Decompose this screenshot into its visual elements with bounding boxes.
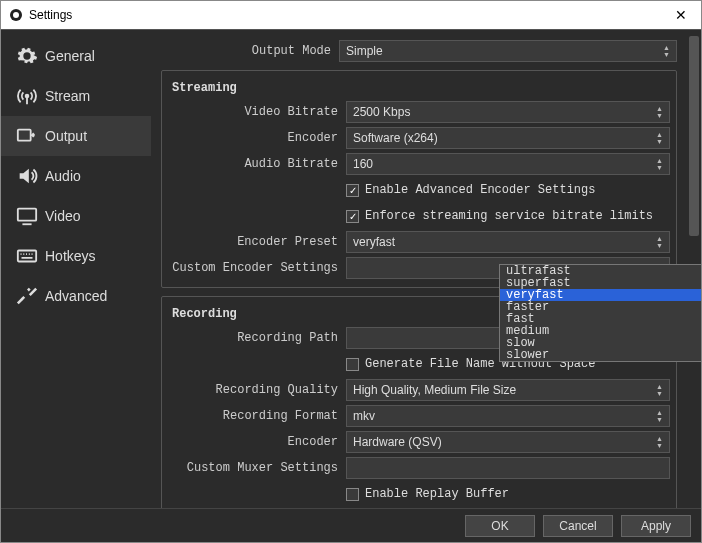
monitor-icon [13, 205, 41, 227]
enable-advanced-checkbox[interactable] [346, 184, 359, 197]
recording-quality-value: High Quality, Medium File Size [353, 383, 516, 397]
content-area: Output Mode Simple ▲▼ Streaming Video Bi… [151, 30, 701, 508]
preset-option-slower[interactable]: slower [500, 349, 701, 361]
streaming-group-title: Streaming [168, 75, 670, 99]
svg-point-1 [13, 12, 19, 18]
chevron-updown-icon: ▲▼ [656, 235, 663, 249]
speaker-icon [13, 165, 41, 187]
chevron-updown-icon: ▲▼ [656, 383, 663, 397]
video-bitrate-value: 2500 Kbps [353, 105, 410, 119]
video-bitrate-input[interactable]: 2500 Kbps ▲▼ [346, 101, 670, 123]
recording-format-select[interactable]: mkv ▲▼ [346, 405, 670, 427]
custom-muxer-input[interactable] [346, 457, 670, 479]
svg-rect-3 [18, 130, 31, 141]
sidebar-item-label: Stream [45, 88, 90, 104]
custom-encoder-label: Custom Encoder Settings [168, 261, 346, 275]
dialog-footer: OK Cancel Apply [1, 508, 701, 542]
sidebar-item-label: Hotkeys [45, 248, 96, 264]
video-bitrate-label: Video Bitrate [168, 105, 346, 119]
streaming-encoder-select[interactable]: Software (x264) ▲▼ [346, 127, 670, 149]
enable-advanced-label: Enable Advanced Encoder Settings [365, 183, 595, 197]
sidebar-item-label: Video [45, 208, 81, 224]
replay-buffer-label: Enable Replay Buffer [365, 487, 509, 501]
output-mode-value: Simple [346, 44, 383, 58]
replay-buffer-checkbox[interactable] [346, 488, 359, 501]
streaming-encoder-label: Encoder [168, 131, 346, 145]
cancel-button[interactable]: Cancel [543, 515, 613, 537]
svg-rect-5 [18, 251, 36, 262]
audio-bitrate-label: Audio Bitrate [168, 157, 346, 171]
chevron-updown-icon: ▲▼ [663, 44, 670, 58]
sidebar-item-audio[interactable]: Audio [1, 156, 151, 196]
ok-label: OK [491, 519, 508, 533]
enforce-limits-checkbox[interactable] [346, 210, 359, 223]
encoder-preset-value: veryfast [353, 235, 395, 249]
output-mode-select[interactable]: Simple ▲▼ [339, 40, 677, 62]
ok-button[interactable]: OK [465, 515, 535, 537]
output-icon [13, 125, 41, 147]
sidebar-item-label: Output [45, 128, 87, 144]
recording-format-value: mkv [353, 409, 375, 423]
chevron-updown-icon: ▲▼ [656, 131, 663, 145]
recording-encoder-label: Encoder [168, 435, 346, 449]
recording-encoder-value: Hardware (QSV) [353, 435, 442, 449]
sidebar: General Stream Output Audio [1, 30, 151, 508]
recording-format-label: Recording Format [168, 409, 346, 423]
sidebar-item-video[interactable]: Video [1, 196, 151, 236]
spinner-icon[interactable]: ▲▼ [656, 105, 663, 119]
sidebar-item-hotkeys[interactable]: Hotkeys [1, 236, 151, 276]
sidebar-item-general[interactable]: General [1, 36, 151, 76]
streaming-encoder-value: Software (x264) [353, 131, 438, 145]
titlebar: Settings ✕ [1, 1, 701, 29]
sidebar-item-label: Advanced [45, 288, 107, 304]
svg-rect-4 [18, 209, 36, 221]
output-mode-label: Output Mode [161, 44, 339, 58]
encoder-preset-dropdown[interactable]: ultrafast superfast veryfast faster fast… [499, 264, 701, 362]
audio-bitrate-select[interactable]: 160 ▲▼ [346, 153, 670, 175]
window-title: Settings [29, 8, 669, 22]
close-button[interactable]: ✕ [669, 7, 693, 23]
recording-quality-label: Recording Quality [168, 383, 346, 397]
recording-quality-select[interactable]: High Quality, Medium File Size ▲▼ [346, 379, 670, 401]
window-body: General Stream Output Audio [1, 29, 701, 508]
settings-window: Settings ✕ General Stream Output [0, 0, 702, 543]
scrollbar-thumb[interactable] [689, 36, 699, 236]
recording-encoder-select[interactable]: Hardware (QSV) ▲▼ [346, 431, 670, 453]
sidebar-item-output[interactable]: Output [1, 116, 151, 156]
sidebar-item-advanced[interactable]: Advanced [1, 276, 151, 316]
tools-icon [13, 285, 41, 307]
keyboard-icon [13, 245, 41, 267]
app-icon [9, 8, 23, 22]
enforce-limits-label: Enforce streaming service bitrate limits [365, 209, 653, 223]
cancel-label: Cancel [559, 519, 596, 533]
chevron-updown-icon: ▲▼ [656, 157, 663, 171]
gen-filename-checkbox[interactable] [346, 358, 359, 371]
sidebar-item-label: General [45, 48, 95, 64]
custom-muxer-label: Custom Muxer Settings [168, 461, 346, 475]
apply-label: Apply [641, 519, 671, 533]
gear-icon [13, 45, 41, 67]
encoder-preset-label: Encoder Preset [168, 235, 346, 249]
chevron-updown-icon: ▲▼ [656, 435, 663, 449]
antenna-icon [13, 85, 41, 107]
sidebar-item-label: Audio [45, 168, 81, 184]
chevron-updown-icon: ▲▼ [656, 409, 663, 423]
sidebar-item-stream[interactable]: Stream [1, 76, 151, 116]
recording-path-label: Recording Path [168, 331, 346, 345]
apply-button[interactable]: Apply [621, 515, 691, 537]
encoder-preset-select[interactable]: veryfast ▲▼ [346, 231, 670, 253]
audio-bitrate-value: 160 [353, 157, 373, 171]
